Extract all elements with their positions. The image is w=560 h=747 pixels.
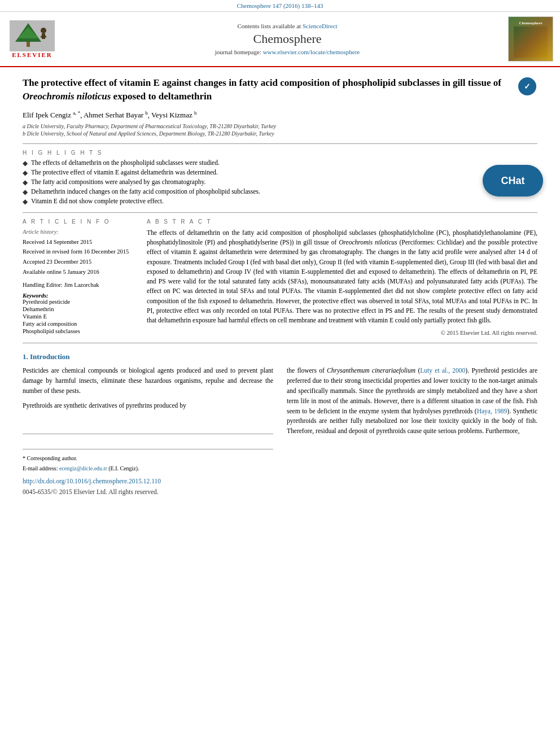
intro-col-right: the flowers of Chrysanthemum cinerariaef…: [287, 366, 537, 497]
email-suffix: (E.I. Cengiz).: [108, 465, 139, 471]
luty-ref[interactable]: Luty et al., 2000: [420, 367, 465, 374]
keywords-label: Keywords:: [23, 292, 135, 299]
divider-highlights: [23, 143, 537, 144]
intro-para-1: Pesticides are chemical compounds or bio…: [23, 366, 273, 396]
handling-editor: Handling Editor: Jim Lazorchak: [23, 282, 135, 288]
crossmark-icon: ✓: [518, 77, 536, 95]
highlight-item-1: ◆ The effects of deltamethrin on the pho…: [23, 159, 537, 167]
article-history: Article history: Received 14 September 2…: [23, 228, 135, 276]
haya-ref[interactable]: Haya, 1989: [477, 408, 508, 414]
journal-header-center: Contents lists available at ScienceDirec…: [67, 23, 508, 55]
article-info-label: A R T I C L E I N F O: [23, 219, 135, 225]
keyword-2: Deltamethrin: [23, 306, 135, 312]
handling-editor-name: Jim Lazorchak: [64, 282, 99, 288]
article-footer: * Corresponding author. E-mail address: …: [23, 449, 273, 473]
elsevier-brand: ELSEVIER: [12, 51, 53, 58]
keyword-5: Phospholipid subclasses: [23, 328, 135, 334]
highlights-label: H I G H L I G H T S: [23, 150, 537, 156]
homepage-url[interactable]: www.elsevier.com/locate/chemosphere: [263, 49, 360, 55]
journal-bar: Chemosphere 147 (2016) 138–143: [0, 0, 560, 12]
email-line: E-mail address: ecengiz@dicle.edu.tr (E.…: [23, 464, 273, 473]
article-info-abstract-row: A R T I C L E I N F O Article history: R…: [23, 219, 537, 337]
bullet-2: ◆: [23, 169, 28, 177]
highlight-item-3: ◆ The fatty acid compositions were analy…: [23, 178, 537, 186]
sciencedirect-link[interactable]: ScienceDirect: [303, 23, 338, 29]
doi-link[interactable]: http://dx.doi.org/10.1016/j.chemosphere.…: [23, 478, 161, 484]
intro-para-2: Pyrethroids are synthetic derivatives of…: [23, 401, 273, 411]
doi-line[interactable]: http://dx.doi.org/10.1016/j.chemosphere.…: [23, 477, 273, 487]
chat-button[interactable]: CHat: [483, 165, 543, 196]
handling-editor-label: Handling Editor:: [23, 282, 63, 288]
abstract-col: A B S T R A C T The effects of deltameth…: [147, 219, 537, 337]
keyword-3: Vitamin E: [23, 313, 135, 320]
introduction-body: Pesticides are chemical compounds or bio…: [23, 366, 537, 497]
intro-para-3: the flowers of Chrysanthemum cinerariaef…: [287, 366, 537, 436]
bullet-3: ◆: [23, 178, 28, 186]
history-label: Article history:: [23, 228, 135, 237]
highlights-section: H I G H L I G H T S ◆ The effects of del…: [23, 150, 537, 206]
bullet-5: ◆: [23, 198, 28, 206]
introduction-section: 1. Introduction Pesticides are chemical …: [23, 352, 537, 497]
available-date: Available online 5 January 2016: [23, 268, 135, 277]
intro-col-left: Pesticides are chemical compounds or bio…: [23, 366, 273, 497]
article-info-col: A R T I C L E I N F O Article history: R…: [23, 219, 135, 337]
authors: Elif Ipek Cengiz a, *, Ahmet Serhat Baya…: [23, 110, 537, 120]
affiliation-b: b Dicle University, School of Natural an…: [23, 130, 537, 137]
journal-cover-thumbnail: Chemosphere: [508, 16, 553, 62]
copyright: © 2015 Elsevier Ltd. All rights reserved…: [147, 330, 537, 336]
email-label: E-mail address:: [23, 465, 58, 471]
email-link[interactable]: ecengiz@dicle.edu.tr: [59, 465, 107, 471]
main-content: The protective effect of vitamin E again…: [0, 67, 560, 506]
highlight-item-2: ◆ The protective effect of vitamin E aga…: [23, 169, 537, 177]
divider-article-info: [23, 212, 537, 213]
crossmark[interactable]: ✓: [517, 76, 537, 97]
journal-homepage: journal homepage: www.elsevier.com/locat…: [67, 49, 508, 55]
affiliation-a: a Dicle University, Faculty Pharmacy, De…: [23, 123, 537, 129]
keyword-4: Fatty acid composition: [23, 321, 135, 327]
article-title-section: The protective effect of vitamin E again…: [23, 76, 537, 103]
journal-header: ELSEVIER Contents lists available at Sci…: [0, 12, 560, 67]
intro-heading: 1. Introduction: [23, 352, 537, 361]
highlight-item-4: ◆ Deltamethrin induced changes on the fa…: [23, 188, 537, 196]
received-date: Received 14 September 2015: [23, 238, 135, 247]
svg-point-3: [41, 28, 46, 33]
elsevier-logo: ELSEVIER: [7, 20, 58, 58]
journal-title: Chemosphere: [67, 32, 508, 46]
divider-body: [23, 343, 537, 343]
abstract-text: The effects of deltamethrin on the fatty…: [147, 228, 537, 326]
bullet-1: ◆: [23, 159, 28, 167]
abstract-label: A B S T R A C T: [147, 219, 537, 225]
revised-date: Received in revised form 16 December 201…: [23, 248, 135, 256]
svg-marker-2: [18, 27, 39, 38]
corresponding-author: * Corresponding author.: [23, 454, 273, 463]
article-title: The protective effect of vitamin E again…: [23, 76, 510, 103]
bullet-4: ◆: [23, 188, 28, 196]
issn-line: 0045-6535/© 2015 Elsevier Ltd. All right…: [23, 487, 273, 497]
keyword-1: Pyrethroid pesticide: [23, 299, 135, 305]
highlight-item-5: ◆ Vitamin E did not show complete protec…: [23, 198, 537, 206]
accepted-date: Accepted 23 December 2015: [23, 258, 135, 267]
affiliations: a Dicle University, Faculty Pharmacy, De…: [23, 123, 537, 137]
keywords-section: Keywords: Pyrethroid pesticide Deltameth…: [23, 292, 135, 334]
sciencedirect-label: Contents lists available at ScienceDirec…: [67, 23, 508, 29]
